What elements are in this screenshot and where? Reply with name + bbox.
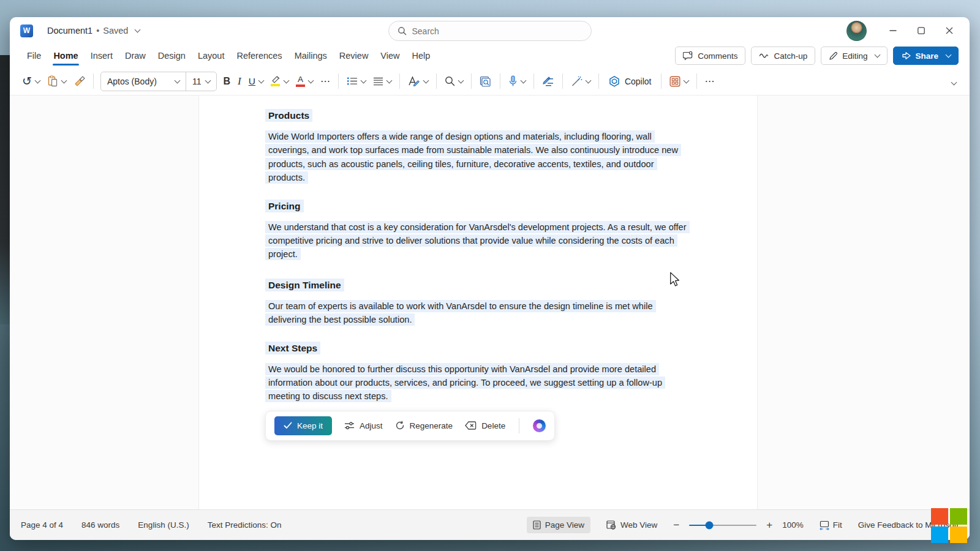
quick-toolbar: ↺ Aptos (Body) 11 [10,67,970,96]
page-preview-button[interactable] [476,72,496,91]
share-button[interactable]: Share [893,47,959,65]
section-heading: Next Steps [265,343,701,354]
language-status[interactable]: English (U.S.) [138,520,189,530]
adjust-button[interactable]: Adjust [344,421,383,430]
chevron-down-icon [386,77,392,83]
tab-home[interactable]: Home [47,47,84,65]
check-icon [284,422,292,429]
pages-search-icon [480,76,492,87]
comment-icon [683,51,693,61]
wave-icon [759,52,769,59]
autoformat-button[interactable] [567,72,594,91]
font-name-select[interactable]: Aptos (Body) [101,77,186,86]
zoom-slider-thumb[interactable] [706,521,714,529]
highlight-button[interactable] [267,72,292,91]
bold-button[interactable]: B [219,72,234,91]
copilot-logo-icon[interactable] [533,419,546,432]
zoom-out-button[interactable]: − [673,519,679,531]
catch-up-button[interactable]: Catch-up [751,47,815,65]
designer-button[interactable] [666,72,692,91]
find-button[interactable] [441,72,467,91]
copilot-button[interactable]: Copilot [603,75,657,88]
tab-design[interactable]: Design [152,47,192,65]
section-paragraph: Our team of experts is available to work… [265,299,691,327]
title-bar: W Document1 • Saved [10,17,970,44]
section-pricing: Pricing We understand that cost is a key… [265,201,701,261]
search-icon [398,26,407,36]
tab-layout[interactable]: Layout [192,47,231,65]
zoom-in-button[interactable]: + [766,519,772,531]
tab-help[interactable]: Help [406,47,437,65]
word-count[interactable]: 846 words [81,520,119,530]
comments-button[interactable]: Comments [675,47,745,65]
tab-references[interactable]: References [230,47,288,65]
chevron-down-icon [458,77,464,83]
font-size-value: 11 [192,77,202,86]
avatar[interactable] [846,21,867,41]
word-logo-icon: W [20,24,33,37]
page-view-button[interactable]: Page View [527,517,590,533]
format-painter-button[interactable] [70,72,89,91]
page-view-label: Page View [545,520,584,530]
font-name-value: Aptos (Body) [107,77,157,86]
regenerate-label: Regenerate [410,421,453,430]
refresh-icon [395,421,405,430]
tab-mailings[interactable]: Mailings [288,47,333,65]
keep-it-button[interactable]: Keep it [274,416,332,435]
document-canvas[interactable]: Products Wide World Importers offers a w… [10,96,970,509]
minimize-button[interactable] [879,18,907,43]
ms-logo-blue-square [931,527,948,543]
text-predictions-status[interactable]: Text Predictions: On [208,520,282,530]
undo-button[interactable]: ↺ [18,72,43,91]
grid-icon [669,76,680,87]
font-size-select[interactable]: 11 [186,72,217,91]
page-view-icon [533,520,541,530]
document-title: Document1 [47,26,92,36]
tab-file[interactable]: File [21,47,47,65]
underline-button[interactable]: U [245,72,267,91]
search-icon [445,76,455,86]
alignment-button[interactable] [369,72,395,91]
document-title-menu[interactable]: Document1 • Saved [47,26,140,36]
collapse-ribbon-button[interactable] [948,76,961,87]
zoom-level[interactable]: 100% [782,520,804,530]
ribbon-tab-bar: File Home Insert Draw Design Layout Refe… [10,44,970,67]
italic-button[interactable]: I [234,72,245,91]
more-commands-button[interactable]: ⋯ [701,72,718,91]
close-icon [946,27,953,34]
tab-review[interactable]: Review [333,47,375,65]
close-button[interactable] [935,18,963,43]
font-color-button[interactable]: A [292,72,317,91]
bullet-list-button[interactable] [343,72,369,91]
fit-button[interactable]: Fit [813,517,848,534]
search-box[interactable] [388,21,592,41]
microsoft-logo [931,508,969,544]
editor-button[interactable] [538,72,558,91]
maximize-button[interactable] [907,18,935,43]
chevron-down-icon [307,77,314,83]
editor-pen-icon [542,76,554,86]
bold-icon: B [223,76,230,87]
delete-button[interactable]: Delete [465,421,505,430]
document-page[interactable]: Products Wide World Importers offers a w… [198,96,758,509]
chevron-down-icon [61,77,67,83]
more-formatting-button[interactable]: ⋯ [317,72,334,91]
page-count[interactable]: Page 4 of 4 [21,520,63,530]
search-input[interactable] [412,26,571,36]
section-heading: Pricing [265,201,701,212]
tab-view[interactable]: View [374,47,405,65]
italic-icon: I [238,75,241,88]
regenerate-button[interactable]: Regenerate [395,421,453,430]
save-status: Saved [103,26,128,36]
copilot-action-bar: Keep it Adjust [265,411,555,441]
chevron-down-icon [951,79,957,85]
web-view-button[interactable]: Web View [600,517,663,533]
tab-insert[interactable]: Insert [85,47,119,65]
zoom-slider[interactable] [689,525,756,526]
tab-draw[interactable]: Draw [119,47,152,65]
editing-mode-button[interactable]: Editing [821,47,888,65]
dictate-button[interactable] [505,72,529,91]
paste-button[interactable] [43,72,70,91]
styles-button[interactable] [404,72,432,91]
sliders-icon [344,421,355,430]
